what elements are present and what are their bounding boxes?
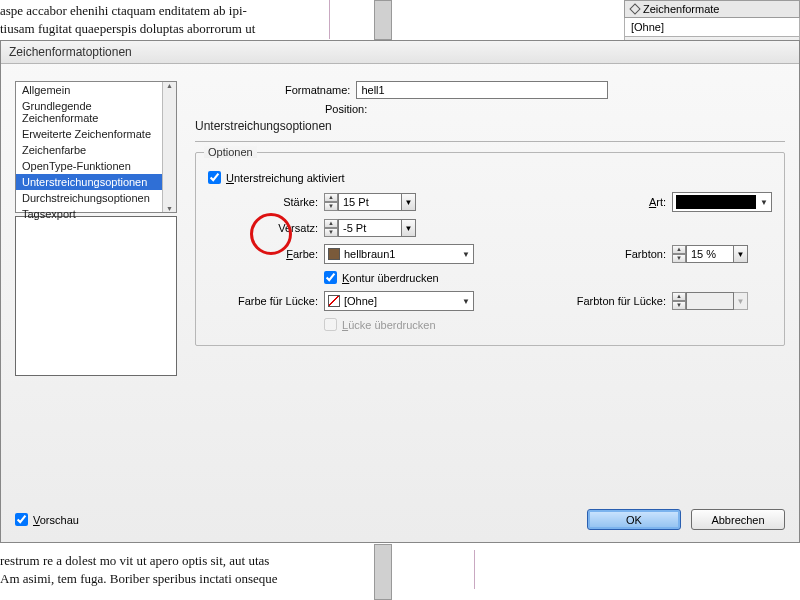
art-combo[interactable]: ▼	[672, 192, 772, 212]
activate-underline-checkbox[interactable]	[208, 171, 221, 184]
luecke-farbton-label: Farbton für Lücke:	[556, 295, 666, 307]
activate-key: U	[226, 172, 234, 184]
none-swatch-icon	[328, 295, 340, 307]
spin-down-icon[interactable]: ▼	[324, 202, 338, 211]
luecke-farbton-field: ▲▼ ▼	[672, 292, 772, 310]
category-item[interactable]: Grundlegende Zeichenformate	[16, 98, 176, 126]
category-item[interactable]: Zeichenfarbe	[16, 142, 176, 158]
panel-title: Zeichenformate	[643, 3, 719, 15]
chevron-down-icon: ▼	[760, 198, 768, 207]
kontur-label: ontur überdrucken	[349, 272, 438, 284]
preview-box	[15, 216, 177, 376]
stroke-style-swatch	[676, 195, 756, 209]
options-fieldset: Optionen Unterstreichung aktiviert Stärk…	[195, 152, 785, 346]
luecke-farbton-input	[686, 292, 734, 310]
style-none-row[interactable]: [Ohne]	[624, 18, 800, 37]
luecke-farbe-combo[interactable]: [Ohne] ▼	[324, 291, 474, 311]
category-item[interactable]: Tagsexport	[16, 206, 176, 222]
chevron-down-icon: ▼	[462, 297, 470, 306]
spin-up-icon: ▲	[672, 292, 686, 301]
spin-up-icon[interactable]: ▲	[324, 193, 338, 202]
position-label: Position:	[325, 103, 367, 115]
vertical-ruler	[374, 0, 392, 40]
diamond-icon	[629, 3, 640, 14]
category-item[interactable]: Unterstreichungsoptionen	[16, 174, 176, 190]
luecke-farbe-label: Farbe für Lücke:	[208, 295, 318, 307]
ok-button[interactable]: OK	[587, 509, 681, 530]
vorschau-checkbox[interactable]	[15, 513, 28, 526]
fieldset-legend: Optionen	[204, 146, 257, 158]
category-item[interactable]: Erweiterte Zeichenformate	[16, 126, 176, 142]
kontur-checkbox-row[interactable]: Kontur überdrucken	[324, 271, 550, 284]
activate-underline-checkbox-row[interactable]: Unterstreichung aktiviert	[208, 171, 772, 184]
staerke-label: Stärke:	[208, 196, 318, 208]
category-item[interactable]: Durchstreichungsoptionen	[16, 190, 176, 206]
panel-tab[interactable]: Zeichenformate	[624, 0, 800, 18]
color-swatch-icon	[328, 248, 340, 260]
spin-up-icon[interactable]: ▲	[672, 245, 686, 254]
versatz-field[interactable]: ▲▼ ▼	[324, 219, 474, 237]
dropdown-arrow-icon: ▼	[734, 292, 748, 310]
document-text-bottom: restrum re a dolest mo vit ut apero opti…	[0, 550, 475, 589]
farbton-field[interactable]: ▲▼ ▼	[672, 245, 772, 263]
scrollbar[interactable]	[162, 82, 176, 212]
document-text-top: aspe accabor ehenihi ctaquam enditatem a…	[0, 0, 330, 39]
farbton-input[interactable]	[686, 245, 734, 263]
spin-down-icon[interactable]: ▼	[672, 254, 686, 263]
vorschau-label: orschau	[40, 514, 79, 526]
dialog-title: Zeichenformatoptionen	[1, 41, 799, 64]
farbe-value: hellbraun1	[344, 248, 395, 260]
versatz-input[interactable]	[338, 219, 402, 237]
farbe-label: arbe:	[293, 248, 318, 260]
divider	[195, 141, 785, 142]
vertical-ruler-bottom	[374, 544, 392, 600]
dropdown-arrow-icon[interactable]: ▼	[402, 219, 416, 237]
category-list[interactable]: AllgemeinGrundlegende ZeichenformateErwe…	[15, 81, 177, 213]
versatz-label: Versatz:	[208, 222, 318, 234]
staerke-field[interactable]: ▲▼ ▼	[324, 193, 474, 211]
dropdown-arrow-icon[interactable]: ▼	[734, 245, 748, 263]
spin-up-icon[interactable]: ▲	[324, 219, 338, 228]
vorschau-key: V	[33, 514, 40, 526]
cancel-button[interactable]: Abbrechen	[691, 509, 785, 530]
luecke-ueberdrucken-row: Lücke überdrucken	[324, 318, 550, 331]
vorschau-checkbox-row[interactable]: Vorschau	[15, 513, 79, 526]
activate-label: nterstreichung aktiviert	[234, 172, 345, 184]
luecke-farbe-value: [Ohne]	[344, 295, 377, 307]
spin-down-icon[interactable]: ▼	[324, 228, 338, 237]
farbe-combo[interactable]: hellbraun1 ▼	[324, 244, 474, 264]
section-heading: Unterstreichungsoptionen	[195, 119, 785, 133]
character-style-options-dialog: Zeichenformatoptionen AllgemeinGrundlege…	[0, 40, 800, 543]
formatname-label: Formatname:	[285, 84, 350, 96]
luecke-ueberdrucken-checkbox	[324, 318, 337, 331]
chevron-down-icon: ▼	[462, 250, 470, 259]
kontur-checkbox[interactable]	[324, 271, 337, 284]
farbton-label: Farbton:	[556, 248, 666, 260]
dropdown-arrow-icon[interactable]: ▼	[402, 193, 416, 211]
art-label: rt:	[656, 196, 666, 208]
category-item[interactable]: Allgemein	[16, 82, 176, 98]
category-item[interactable]: OpenType-Funktionen	[16, 158, 176, 174]
spin-down-icon: ▼	[672, 301, 686, 310]
farbe-key: F	[286, 248, 293, 260]
staerke-input[interactable]	[338, 193, 402, 211]
luecke-ueberdrucken-label: ücke überdrucken	[348, 319, 435, 331]
formatname-input[interactable]	[356, 81, 608, 99]
